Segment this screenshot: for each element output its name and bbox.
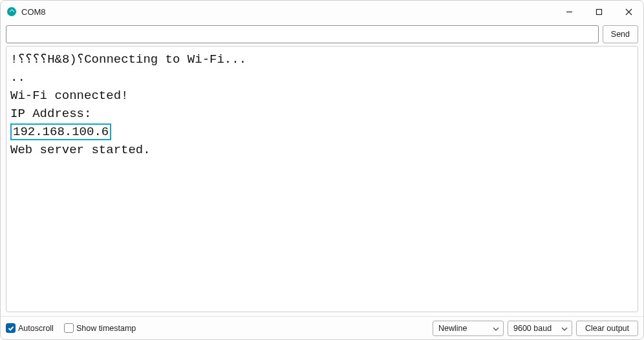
baud-rate-select[interactable]: 9600 baud <box>508 321 572 336</box>
serial-monitor-window: COM8 Send !⸮⸮⸮⸮H&8)⸮Connecting to Wi-Fi.… <box>0 0 644 340</box>
checkbox-icon <box>64 323 74 333</box>
send-button[interactable]: Send <box>603 25 638 43</box>
console-line: Web server started. <box>10 141 632 159</box>
console-line: !⸮⸮⸮⸮H&8)⸮Connecting to Wi-Fi... <box>10 50 632 69</box>
line-ending-select[interactable]: Newline <box>433 321 504 336</box>
chevron-down-icon <box>561 325 568 332</box>
console-line: Wi-Fi connected! <box>10 87 632 105</box>
close-button[interactable] <box>614 1 643 23</box>
minimize-button[interactable] <box>554 1 584 23</box>
checkbox-icon <box>6 323 16 333</box>
maximize-icon <box>596 8 603 16</box>
chevron-down-icon <box>493 325 499 332</box>
arduino-icon <box>7 7 16 16</box>
console-output[interactable]: !⸮⸮⸮⸮H&8)⸮Connecting to Wi-Fi.....Wi-Fi … <box>6 47 638 312</box>
console-line: .. <box>10 69 632 87</box>
console-line: 192.168.100.6 <box>10 123 632 141</box>
maximize-button[interactable] <box>584 1 614 23</box>
svg-rect-0 <box>596 9 601 14</box>
autoscroll-label: Autoscroll <box>18 324 54 333</box>
close-icon <box>625 8 632 16</box>
bottom-bar: Autoscroll Show timestamp Newline 9600 b… <box>1 316 643 339</box>
console-line: IP Address: <box>10 105 632 123</box>
autoscroll-checkbox[interactable]: Autoscroll <box>6 323 54 333</box>
highlighted-text: 192.168.100.6 <box>10 123 111 140</box>
minimize-icon <box>566 8 573 16</box>
show-timestamp-label: Show timestamp <box>76 324 136 333</box>
send-row: Send <box>1 23 643 46</box>
checkmark-icon <box>8 325 14 332</box>
line-ending-value: Newline <box>438 324 467 333</box>
serial-input[interactable] <box>6 25 599 43</box>
console-area: !⸮⸮⸮⸮H&8)⸮Connecting to Wi-Fi.....Wi-Fi … <box>6 46 638 312</box>
baud-rate-value: 9600 baud <box>513 324 552 333</box>
window-title: COM8 <box>21 7 46 17</box>
titlebar: COM8 <box>1 1 643 23</box>
show-timestamp-checkbox[interactable]: Show timestamp <box>64 323 136 333</box>
clear-output-button[interactable]: Clear output <box>576 321 638 336</box>
